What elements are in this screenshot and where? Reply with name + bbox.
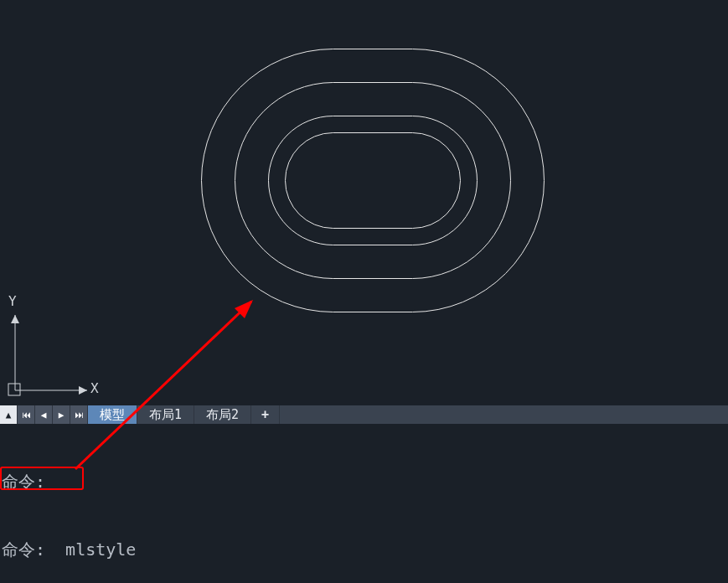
layout-tab-strip: ▲ ⏮ ◀ ▶ ⏭ 模型 布局1 布局2 + — [0, 405, 728, 424]
tab-model[interactable]: 模型 — [88, 405, 137, 424]
svg-marker-1 — [79, 386, 87, 395]
cmd-history-line: 命令: — [2, 471, 728, 493]
tab-first-button[interactable]: ⏮ — [18, 405, 35, 424]
ucs-x-label: X — [90, 380, 99, 396]
tab-add[interactable]: + — [251, 405, 280, 424]
tab-next-button[interactable]: ▶ — [53, 405, 70, 424]
cmd-history-line: 命令: mlstyle — [2, 539, 728, 561]
tab-layout1[interactable]: 布局1 — [137, 405, 194, 424]
ucs-icon: X Y — [3, 298, 104, 399]
tab-last-button[interactable]: ⏭ — [70, 405, 88, 424]
svg-marker-6 — [235, 300, 253, 318]
command-line-panel[interactable]: 命令: 命令: mlstyle 命令: ML MLINE 当前设置: 对正 = … — [0, 424, 728, 583]
tab-menu-button[interactable]: ▲ — [0, 405, 18, 424]
tab-prev-button[interactable]: ◀ — [35, 405, 53, 424]
tab-layout2[interactable]: 布局2 — [194, 405, 251, 424]
svg-marker-3 — [11, 315, 19, 323]
ucs-y-label: Y — [8, 293, 17, 309]
drawing-canvas[interactable]: X Y — [0, 0, 728, 405]
svg-rect-4 — [8, 384, 20, 395]
